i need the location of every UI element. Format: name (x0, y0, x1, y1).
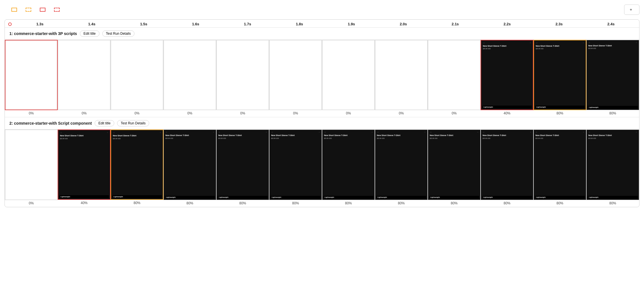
legend-visual-change-layout (26, 8, 33, 12)
frame-box-f2-1[interactable] (5, 130, 58, 200)
frame-thumb-f2-10: ⊕ ≡ New Short Sleeve T-Shirt $25.99 USD … (481, 130, 533, 200)
frame-thumb-f2-4: ⊕ ≡ New Short Sleeve T-Shirt $25.99 USD … (164, 130, 216, 200)
frame-percent-f2-8: 80% (398, 200, 405, 207)
test-run-button-1[interactable]: Test Run Details (102, 30, 134, 37)
frame-percent-f1-11: 80% (556, 110, 563, 117)
legend-visual-change (11, 8, 19, 12)
frame-cell-f2-5: ⊕ ≡ New Short Sleeve T-Shirt $25.99 USD … (216, 130, 269, 207)
frame-box-f2-12[interactable]: ⊕ ≡ New Short Sleeve T-Shirt $25.99 USD … (586, 130, 639, 200)
timeline-tick-8: 2.1s (429, 22, 481, 26)
frame-box-f1-1[interactable] (5, 40, 58, 110)
frame-box-f2-2[interactable]: ⊕ ≡ New Short Sleeve T-Shirt $25.99 USD … (58, 130, 111, 200)
frame-thumb-f1-4 (164, 40, 216, 110)
plus-icon: ＋ (629, 7, 633, 12)
frame-box-f2-6[interactable]: ⊕ ≡ New Short Sleeve T-Shirt $25.99 USD … (269, 130, 322, 200)
frame-box-f2-4[interactable]: ⊕ ≡ New Short Sleeve T-Shirt $25.99 USD … (163, 130, 216, 200)
filmstrip-container: 1.3s1.4s1.5s1.6s1.7s1.8s1.9s2.0s2.1s2.2s… (5, 19, 639, 207)
timeline-tick-0: 1.3s (14, 22, 66, 26)
timeline-tick-6: 1.9s (325, 22, 377, 26)
frame-thumb-f2-12: ⊕ ≡ New Short Sleeve T-Shirt $25.99 USD … (587, 130, 639, 200)
lcp-layout-icon (54, 8, 60, 12)
frame-thumb-f2-1 (5, 130, 57, 200)
frame-thumb-f1-5 (217, 40, 269, 110)
frame-box-f2-11[interactable]: ⊕ ≡ New Short Sleeve T-Shirt $25.99 USD … (533, 130, 586, 200)
frame-percent-f2-6: 80% (292, 200, 299, 207)
frame-box-f2-9[interactable]: ⊕ ≡ New Short Sleeve T-Shirt $25.99 USD … (428, 130, 481, 200)
frame-thumb-f2-2: ⊕ ≡ New Short Sleeve T-Shirt $25.99 USD … (58, 130, 110, 199)
frame-thumb-f1-7 (322, 40, 375, 110)
frame-percent-f1-12: 80% (609, 110, 616, 117)
frame-percent-f2-7: 80% (345, 200, 352, 207)
visual-change-layout-icon (26, 8, 31, 12)
timeline-tick-11: 2.4s (585, 22, 637, 26)
frame-thumb-f1-11: ⊕ ≡ New Short Sleeve T-Shirt $25.99 USD … (534, 40, 586, 110)
frame-thumb-f2-9: ⊕ ≡ New Short Sleeve T-Shirt $25.99 USD … (428, 130, 480, 200)
frame-box-f1-12[interactable]: ⊕ ≡ New Short Sleeve T-Shirt $25.99 USD … (586, 40, 639, 110)
frame-box-f1-2[interactable] (58, 40, 111, 110)
legend-lcp (40, 8, 47, 12)
frame-percent-f2-1: 0% (29, 200, 34, 207)
frame-box-f2-5[interactable]: ⊕ ≡ New Short Sleeve T-Shirt $25.99 USD … (216, 130, 269, 200)
timeline-tick-2: 1.5s (118, 22, 170, 26)
frame-box-f2-10[interactable]: ⊕ ≡ New Short Sleeve T-Shirt $25.99 USD … (481, 130, 533, 200)
frame-percent-f1-8: 0% (399, 110, 404, 117)
frame-percent-f1-9: 0% (452, 110, 456, 117)
frame-percent-f1-7: 0% (346, 110, 351, 117)
frame-cell-f2-7: ⊕ ≡ New Short Sleeve T-Shirt $25.99 USD … (322, 130, 375, 207)
frame-box-f1-4[interactable] (163, 40, 216, 110)
frame-cell-f2-6: ⊕ ≡ New Short Sleeve T-Shirt $25.99 USD … (269, 130, 322, 207)
frame-percent-f1-1: 0% (29, 110, 34, 117)
frame-percent-f2-12: 80% (609, 200, 616, 207)
frame-percent-f1-2: 0% (82, 110, 86, 117)
frame-cell-f2-12: ⊕ ≡ New Short Sleeve T-Shirt $25.99 USD … (586, 130, 639, 207)
frame-thumb-f1-3 (111, 40, 163, 110)
frame-box-f1-3[interactable] (111, 40, 163, 110)
timeline-ticks: 1.3s1.4s1.5s1.6s1.7s1.8s1.9s2.0s2.1s2.2s… (12, 22, 639, 26)
lcp-icon (40, 8, 45, 12)
timeline-tick-4: 1.7s (222, 22, 274, 26)
frame-box-f1-11[interactable]: ⊕ ≡ New Short Sleeve T-Shirt $25.99 USD … (533, 40, 586, 110)
frame-cell-f1-1: 0% (5, 40, 58, 117)
frame-cell-f2-2: ⊕ ≡ New Short Sleeve T-Shirt $25.99 USD … (58, 130, 111, 207)
frame-thumb-f1-12: ⊕ ≡ New Short Sleeve T-Shirt $25.99 USD … (587, 40, 639, 110)
frame-cell-f1-10: ⊕ ≡ New Short Sleeve T-Shirt $25.99 USD … (481, 40, 533, 117)
frame-box-f2-8[interactable]: ⊕ ≡ New Short Sleeve T-Shirt $25.99 USD … (375, 130, 428, 200)
timeline-tick-3: 1.6s (170, 22, 222, 26)
frame-thumb-f1-1 (5, 40, 57, 110)
frame-percent-f2-4: 80% (186, 200, 193, 207)
visual-change-icon (11, 8, 17, 12)
frame-box-f1-6[interactable] (269, 40, 322, 110)
adjust-filmstrip-button[interactable]: ＋ (624, 5, 639, 15)
frame-cell-f1-8: 0% (375, 40, 428, 117)
row-header-2: 2: commerce-starter-with Script componen… (5, 117, 639, 129)
frame-box-f2-7[interactable]: ⊕ ≡ New Short Sleeve T-Shirt $25.99 USD … (322, 130, 375, 200)
frame-cell-f2-9: ⊕ ≡ New Short Sleeve T-Shirt $25.99 USD … (428, 130, 481, 207)
frame-thumb-f1-10: ⊕ ≡ New Short Sleeve T-Shirt $25.99 USD … (481, 40, 533, 110)
timeline-start-dot (8, 22, 12, 26)
edit-title-button-2[interactable]: Edit title (95, 120, 114, 126)
frame-box-f1-5[interactable] (216, 40, 269, 110)
frame-box-f1-10[interactable]: ⊕ ≡ New Short Sleeve T-Shirt $25.99 USD … (481, 40, 533, 110)
frame-percent-f1-10: 40% (504, 110, 510, 117)
frame-box-f1-7[interactable] (322, 40, 375, 110)
frames-row-2: 0% ⊕ ≡ New Short Sleeve T-Shirt $25.99 U… (5, 129, 639, 207)
frame-cell-f2-8: ⊕ ≡ New Short Sleeve T-Shirt $25.99 USD … (375, 130, 428, 207)
frame-percent-f2-10: 80% (504, 200, 510, 207)
row-section-2: 2: commerce-starter-with Script componen… (5, 117, 639, 207)
row-header-1: 1: commerce-starter-with 3P scriptsEdit … (5, 28, 639, 40)
frame-box-f1-8[interactable] (375, 40, 428, 110)
edit-title-button-1[interactable]: Edit title (80, 30, 99, 37)
frame-thumb-f2-7: ⊕ ≡ New Short Sleeve T-Shirt $25.99 USD … (322, 130, 375, 200)
frame-cell-f1-11: ⊕ ≡ New Short Sleeve T-Shirt $25.99 USD … (533, 40, 586, 117)
row-title-2: 2: commerce-starter-with Script componen… (9, 121, 92, 126)
row-title-1: 1: commerce-starter-with 3P scripts (9, 31, 77, 36)
test-run-button-2[interactable]: Test Run Details (117, 120, 149, 126)
frame-box-f1-9[interactable] (428, 40, 481, 110)
row-section-1: 1: commerce-starter-with 3P scriptsEdit … (5, 28, 639, 117)
frame-cell-f2-1: 0% (5, 130, 58, 207)
timeline-tick-10: 2.3s (533, 22, 585, 26)
frame-box-f2-3[interactable]: ⊕ ≡ New Short Sleeve T-Shirt $25.99 USD … (111, 130, 163, 200)
frame-percent-f2-2: 40% (81, 200, 88, 207)
timeline-tick-1: 1.4s (66, 22, 118, 26)
frame-percent-f1-3: 0% (134, 110, 139, 117)
